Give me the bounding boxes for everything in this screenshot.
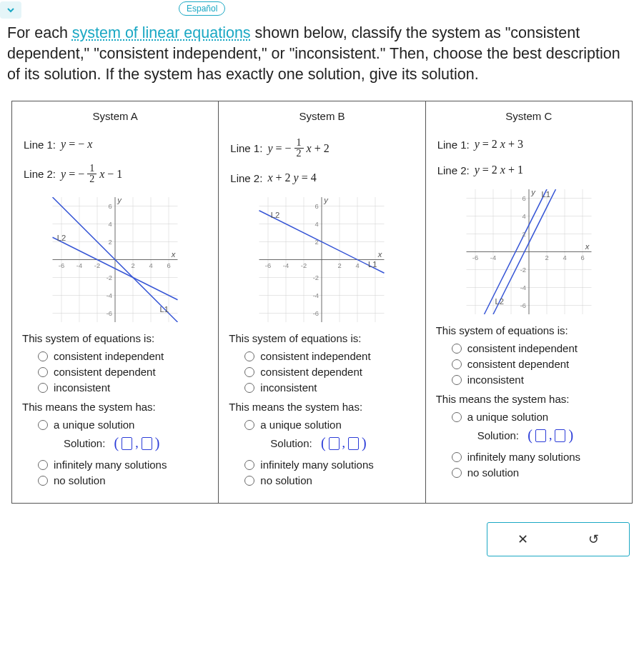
- line-label: Line 1:: [24, 139, 56, 151]
- svg-text:6: 6: [522, 195, 525, 202]
- radio-a-inc[interactable]: [38, 383, 48, 393]
- radio-b-inc[interactable]: [244, 383, 254, 393]
- radio-a-inf[interactable]: [38, 460, 48, 470]
- q1-label: This system of equations is:: [229, 332, 415, 344]
- action-bar: ✕ ↺: [0, 515, 644, 569]
- svg-text:2: 2: [132, 262, 135, 269]
- opt-label: infinitely many solutions: [54, 459, 167, 471]
- radio-a-ci[interactable]: [38, 351, 48, 361]
- radio-b-ci[interactable]: [244, 351, 254, 361]
- svg-text:6: 6: [580, 254, 584, 261]
- svg-text:-4: -4: [313, 292, 319, 299]
- radio-a-cd[interactable]: [38, 367, 48, 377]
- svg-text:L2: L2: [57, 234, 66, 242]
- system-c-panel: System C Line 1: y=2x+3 Line 2: y=2x+1: [426, 101, 632, 503]
- solution-a-y[interactable]: [142, 437, 152, 450]
- reset-icon: ↺: [588, 531, 599, 547]
- svg-text:4: 4: [522, 213, 525, 220]
- radio-b-cd[interactable]: [244, 367, 254, 377]
- solution-b-y[interactable]: [348, 437, 359, 450]
- opt-label: consistent independent: [54, 350, 164, 362]
- action-panel: ✕ ↺: [487, 522, 630, 556]
- radio-c-cd[interactable]: [452, 359, 462, 369]
- svg-text:-2: -2: [520, 266, 526, 274]
- solution-a-x[interactable]: [122, 437, 132, 450]
- opt-label: no solution: [467, 466, 520, 479]
- svg-text:-2: -2: [301, 262, 307, 269]
- radio-b-unique[interactable]: [244, 420, 254, 430]
- reset-button[interactable]: ↺: [558, 523, 629, 556]
- svg-text:-4: -4: [106, 292, 112, 299]
- solution-c-x[interactable]: [535, 429, 546, 442]
- opt-label: consistent dependent: [54, 366, 156, 378]
- system-c-line2: Line 2: y=2x+1: [437, 164, 622, 176]
- svg-text:2: 2: [338, 262, 342, 269]
- svg-text:L1: L1: [541, 190, 550, 199]
- svg-text:x: x: [171, 250, 176, 259]
- svg-text:6: 6: [315, 203, 319, 210]
- graph-b: xy L1 L2 -6-4-224 642-2-4-6: [239, 197, 404, 322]
- opt-label: no solution: [260, 474, 312, 486]
- solution-c-y[interactable]: [555, 429, 565, 442]
- opt-label: a unique solution: [467, 411, 548, 423]
- system-b-panel: System B Line 1: y=− 12 x+2 Line 2: x+2y…: [219, 101, 425, 503]
- system-b-line1: Line 1: y=− 12 x+2: [230, 138, 415, 159]
- solution-label: Solution:: [477, 429, 519, 441]
- svg-text:-4: -4: [490, 254, 496, 261]
- svg-text:L2: L2: [271, 211, 280, 219]
- svg-text:-2: -2: [106, 274, 112, 281]
- svg-text:4: 4: [315, 221, 319, 228]
- solution-label: Solution:: [64, 437, 105, 449]
- system-title: System B: [229, 110, 415, 122]
- svg-text:y: y: [117, 197, 122, 204]
- svg-text:2: 2: [522, 231, 525, 238]
- system-a-panel: System A Line 1: y=−x Line 2: y=− 12 x−1: [12, 101, 219, 503]
- q2-label: This means the system has:: [436, 393, 622, 405]
- radio-c-ci[interactable]: [452, 344, 462, 354]
- opt-label: a unique solution: [54, 419, 134, 431]
- radio-c-inc[interactable]: [452, 375, 462, 385]
- svg-text:4: 4: [563, 254, 566, 261]
- radio-c-unique[interactable]: [452, 412, 462, 422]
- language-button[interactable]: Español: [179, 1, 225, 16]
- radio-c-none[interactable]: [452, 468, 462, 478]
- svg-text:2: 2: [109, 239, 112, 246]
- systems-grid: System A Line 1: y=−x Line 2: y=− 12 x−1: [11, 101, 633, 504]
- svg-text:-6: -6: [520, 302, 526, 309]
- radio-a-unique[interactable]: [38, 420, 48, 430]
- radio-c-inf[interactable]: [452, 452, 462, 462]
- svg-text:6: 6: [109, 203, 112, 210]
- svg-text:4: 4: [149, 262, 153, 269]
- solution-b-x[interactable]: [329, 437, 340, 450]
- svg-text:4: 4: [109, 221, 112, 228]
- q1-label: This system of equations is:: [436, 324, 622, 336]
- line-label: Line 2:: [24, 168, 56, 180]
- svg-text:-6: -6: [59, 262, 64, 269]
- expand-toggle[interactable]: [0, 1, 21, 19]
- svg-text:-2: -2: [94, 262, 100, 269]
- clear-button[interactable]: ✕: [487, 523, 558, 556]
- opt-label: a unique solution: [260, 419, 341, 431]
- question-pre: For each: [7, 24, 72, 41]
- svg-text:-6: -6: [472, 254, 478, 261]
- opt-label: consistent dependent: [467, 358, 570, 370]
- system-title: System A: [22, 110, 208, 122]
- radio-a-none[interactable]: [38, 476, 48, 486]
- system-title: System C: [436, 110, 622, 122]
- line-label: Line 2:: [230, 172, 262, 184]
- opt-label: inconsistent: [467, 374, 524, 386]
- svg-text:-4: -4: [76, 262, 82, 269]
- svg-text:2: 2: [315, 239, 319, 246]
- q2-label: This means the system has:: [22, 401, 208, 413]
- svg-text:-4: -4: [283, 262, 289, 269]
- opt-label: infinitely many solutions: [260, 459, 373, 471]
- solution-label: Solution:: [270, 437, 312, 449]
- svg-text:-6: -6: [265, 262, 271, 269]
- opt-label: no solution: [54, 474, 106, 486]
- glossary-link[interactable]: system of linear equations: [72, 24, 251, 41]
- q2-label: This means the system has:: [229, 401, 415, 413]
- svg-text:x: x: [377, 250, 382, 259]
- radio-b-none[interactable]: [244, 476, 254, 486]
- opt-label: consistent independent: [260, 350, 370, 362]
- radio-b-inf[interactable]: [244, 460, 254, 470]
